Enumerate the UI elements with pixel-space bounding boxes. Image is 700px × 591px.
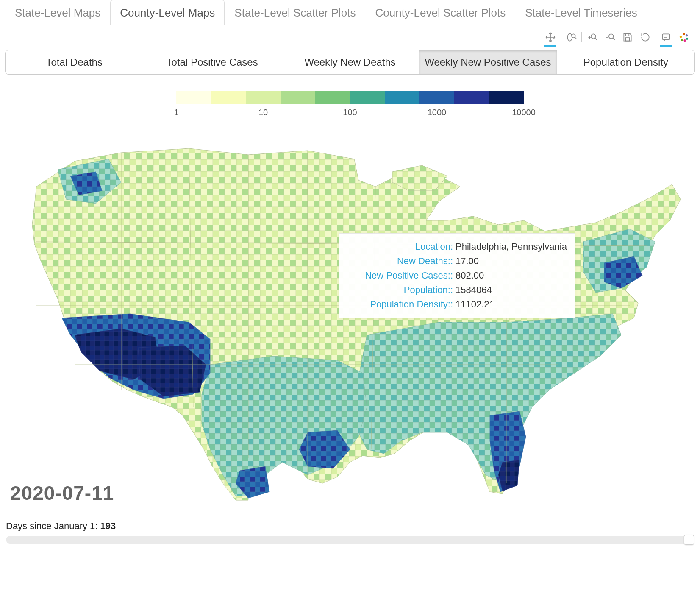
metric-button-group: Total Deaths Total Positive Cases Weekly… [0,47,700,78]
metric-total-positive-button[interactable]: Total Positive Cases [143,50,281,75]
svg-point-6 [683,33,685,35]
save-icon[interactable] [620,30,635,45]
metric-pop-density-button[interactable]: Population Density [557,50,695,75]
tooltip-key: New Deaths:: [347,256,453,267]
us-map-svg[interactable] [8,136,692,509]
svg-rect-5 [662,34,669,39]
svg-point-3 [609,34,614,39]
choropleth-map[interactable]: Location: Philadelphia, Pennsylvania New… [8,136,692,509]
tooltip-key: Population Density:: [347,299,453,310]
legend-segment [281,91,315,104]
svg-point-7 [686,34,688,36]
legend-segment [385,91,419,104]
tooltip-row-new-deaths: New Deaths:: 17.00 [347,254,567,268]
bokeh-logo-icon[interactable] [676,30,692,45]
legend-tick-label: 100 [343,108,357,117]
toolbar-separator [561,32,561,42]
tooltip-row-density: Population Density:: 11102.21 [347,297,567,312]
legend-segment [454,91,489,104]
svg-rect-4 [626,38,630,41]
days-slider[interactable] [6,536,694,544]
legend-colorbar [176,91,524,104]
slider-value: 193 [100,521,116,531]
tooltip-row-new-positive: New Positive Cases:: 802.00 [347,268,567,283]
legend-segment [489,91,524,104]
tooltip-key: Location: [347,241,453,252]
svg-point-8 [686,38,688,40]
color-legend: 110100100010000 [0,91,700,119]
tab-state-scatter[interactable]: State-Level Scatter Plots [225,0,365,25]
tooltip-value: 17.00 [456,256,479,267]
legend-segment [350,91,385,104]
tooltip-key: New Positive Cases:: [347,270,453,281]
tab-state-ts[interactable]: State-Level Timeseries [515,0,647,25]
slider-label: Days since January 1: 193 [6,521,694,532]
slider-thumb[interactable] [684,535,694,545]
tab-county-maps[interactable]: County-Level Maps [110,0,225,25]
tab-state-maps[interactable]: State-Level Maps [5,0,110,25]
nav-tabs: State-Level Maps County-Level Maps State… [0,0,700,25]
legend-tick-label: 1 [174,108,178,117]
legend-tick-label: 10000 [512,108,536,117]
toolbar-separator [581,32,582,42]
svg-point-0 [567,33,572,41]
tooltip-row-location: Location: Philadelphia, Pennsylvania [347,240,567,254]
metric-weekly-positive-button[interactable]: Weekly New Positive Cases [419,50,557,75]
tab-county-scatter[interactable]: County-Level Scatter Plots [365,0,515,25]
tooltip-value: 802.00 [456,270,484,281]
svg-point-11 [680,36,682,38]
zoom-out-icon[interactable] [602,30,617,45]
legend-segment [211,91,246,104]
legend-tick-labels: 110100100010000 [176,108,524,119]
metric-weekly-deaths-button[interactable]: Weekly New Deaths [281,50,419,75]
toolbar-separator [656,32,656,42]
legend-segment [246,91,281,104]
wheel-zoom-icon[interactable] [564,30,579,45]
hover-icon[interactable] [658,30,674,45]
tooltip-key: Population:: [347,284,453,296]
pan-icon[interactable] [543,30,558,45]
region-southeast [354,314,621,483]
reset-icon[interactable] [638,30,653,45]
svg-point-2 [591,34,596,39]
svg-point-10 [681,39,683,41]
tooltip-value: 11102.21 [456,299,494,310]
slider-label-prefix: Days since January 1: [6,521,100,531]
tooltip-row-population: Population:: 1584064 [347,283,567,297]
date-label: 2020-07-11 [10,482,114,505]
metric-total-deaths-button[interactable]: Total Deaths [5,50,143,75]
legend-segment [419,91,454,104]
plot-toolbar [0,25,700,47]
time-slider-section: Days since January 1: 193 [0,513,700,556]
tooltip-value: Philadelphia, Pennsylvania [456,241,567,252]
region-texas-gulf [202,356,367,496]
legend-tick-label: 1000 [428,108,447,117]
svg-point-9 [684,39,686,42]
hover-tooltip: Location: Philadelphia, Pennsylvania New… [339,233,575,318]
zoom-in-icon[interactable] [584,30,600,45]
legend-tick-label: 10 [258,108,268,117]
legend-segment [315,91,350,104]
tooltip-value: 1584064 [456,284,492,296]
legend-segment [176,91,211,104]
